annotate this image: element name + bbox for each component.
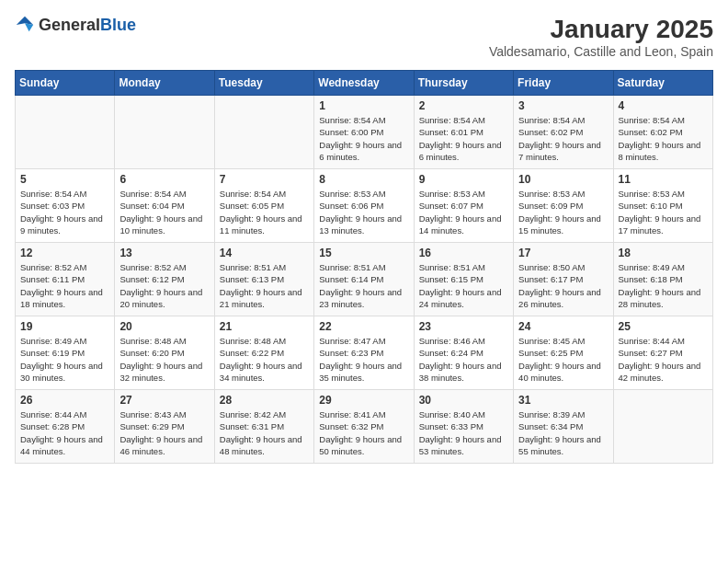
day-number: 1 xyxy=(319,99,408,112)
calendar-header: SundayMondayTuesdayWednesdayThursdayFrid… xyxy=(16,71,713,96)
day-number: 13 xyxy=(119,247,209,259)
calendar-cell-5: 2Sunrise: 8:54 AM Sunset: 6:01 PM Daylig… xyxy=(414,96,513,169)
calendar-cell-24: 21Sunrise: 8:48 AM Sunset: 6:22 PM Dayli… xyxy=(214,316,313,390)
day-number: 6 xyxy=(119,173,209,186)
day-number: 5 xyxy=(20,173,109,186)
day-info: Sunrise: 8:54 AM Sunset: 6:02 PM Dayligh… xyxy=(619,114,708,163)
calendar-cell-15: 12Sunrise: 8:52 AM Sunset: 6:11 PM Dayli… xyxy=(16,243,115,316)
day-number: 7 xyxy=(220,173,309,186)
day-info: Sunrise: 8:44 AM Sunset: 6:28 PM Dayligh… xyxy=(20,408,109,457)
day-number: 22 xyxy=(319,320,408,333)
day-number: 26 xyxy=(20,394,109,407)
day-number: 27 xyxy=(119,394,209,407)
calendar-cell-23: 20Sunrise: 8:48 AM Sunset: 6:20 PM Dayli… xyxy=(115,316,214,390)
calendar-cell-9: 6Sunrise: 8:54 AM Sunset: 6:04 PM Daylig… xyxy=(115,169,214,243)
calendar-week-4: 19Sunrise: 8:49 AM Sunset: 6:19 PM Dayli… xyxy=(16,316,713,390)
calendar-cell-18: 15Sunrise: 8:51 AM Sunset: 6:14 PM Dayli… xyxy=(314,243,414,316)
calendar-cell-22: 19Sunrise: 8:49 AM Sunset: 6:19 PM Dayli… xyxy=(16,316,115,390)
day-info: Sunrise: 8:51 AM Sunset: 6:14 PM Dayligh… xyxy=(319,261,408,310)
day-info: Sunrise: 8:48 AM Sunset: 6:22 PM Dayligh… xyxy=(220,335,309,384)
day-info: Sunrise: 8:42 AM Sunset: 6:31 PM Dayligh… xyxy=(220,408,309,457)
calendar-week-3: 12Sunrise: 8:52 AM Sunset: 6:11 PM Dayli… xyxy=(16,243,713,316)
weekday-header-tuesday: Tuesday xyxy=(214,71,313,96)
day-info: Sunrise: 8:39 AM Sunset: 6:34 PM Dayligh… xyxy=(518,408,608,457)
day-number: 4 xyxy=(619,99,708,112)
day-info: Sunrise: 8:40 AM Sunset: 6:33 PM Dayligh… xyxy=(419,408,508,457)
day-number: 11 xyxy=(619,173,708,186)
calendar-cell-12: 9Sunrise: 8:53 AM Sunset: 6:07 PM Daylig… xyxy=(414,169,513,243)
day-number: 17 xyxy=(518,247,608,259)
calendar-cell-3 xyxy=(214,96,313,169)
day-number: 10 xyxy=(518,173,608,186)
day-info: Sunrise: 8:50 AM Sunset: 6:17 PM Dayligh… xyxy=(518,261,608,310)
day-number: 29 xyxy=(319,394,408,407)
calendar-cell-11: 8Sunrise: 8:53 AM Sunset: 6:06 PM Daylig… xyxy=(314,169,414,243)
day-number: 24 xyxy=(518,320,608,333)
weekday-header-saturday: Saturday xyxy=(613,71,712,96)
day-number: 19 xyxy=(20,320,109,333)
calendar-cell-34: 31Sunrise: 8:39 AM Sunset: 6:34 PM Dayli… xyxy=(514,390,613,464)
day-info: Sunrise: 8:54 AM Sunset: 6:03 PM Dayligh… xyxy=(20,188,109,236)
day-number: 18 xyxy=(619,247,708,259)
calendar-cell-13: 10Sunrise: 8:53 AM Sunset: 6:09 PM Dayli… xyxy=(514,169,613,243)
calendar-cell-31: 28Sunrise: 8:42 AM Sunset: 6:31 PM Dayli… xyxy=(214,390,313,464)
calendar-cell-21: 18Sunrise: 8:49 AM Sunset: 6:18 PM Dayli… xyxy=(613,243,712,316)
day-number: 28 xyxy=(220,394,309,407)
day-info: Sunrise: 8:53 AM Sunset: 6:06 PM Dayligh… xyxy=(319,188,408,236)
day-info: Sunrise: 8:46 AM Sunset: 6:24 PM Dayligh… xyxy=(419,335,508,384)
day-number: 15 xyxy=(319,247,408,259)
day-info: Sunrise: 8:51 AM Sunset: 6:15 PM Dayligh… xyxy=(419,261,508,310)
day-number: 3 xyxy=(518,99,608,112)
day-number: 16 xyxy=(419,247,508,259)
calendar-cell-25: 22Sunrise: 8:47 AM Sunset: 6:23 PM Dayli… xyxy=(314,316,414,390)
calendar-cell-30: 27Sunrise: 8:43 AM Sunset: 6:29 PM Dayli… xyxy=(115,390,214,464)
calendar-cell-28: 25Sunrise: 8:44 AM Sunset: 6:27 PM Dayli… xyxy=(613,316,712,390)
calendar-cell-27: 24Sunrise: 8:45 AM Sunset: 6:25 PM Dayli… xyxy=(514,316,613,390)
day-number: 21 xyxy=(220,320,309,333)
day-info: Sunrise: 8:54 AM Sunset: 6:02 PM Dayligh… xyxy=(518,114,608,163)
day-info: Sunrise: 8:53 AM Sunset: 6:07 PM Dayligh… xyxy=(419,188,508,236)
day-number: 2 xyxy=(419,99,508,112)
day-info: Sunrise: 8:54 AM Sunset: 6:00 PM Dayligh… xyxy=(319,114,408,163)
calendar-week-1: 1Sunrise: 8:54 AM Sunset: 6:00 PM Daylig… xyxy=(16,96,713,169)
weekday-header-row: SundayMondayTuesdayWednesdayThursdayFrid… xyxy=(16,71,713,96)
logo: GeneralBlue xyxy=(15,15,136,35)
weekday-header-thursday: Thursday xyxy=(414,71,513,96)
day-info: Sunrise: 8:52 AM Sunset: 6:12 PM Dayligh… xyxy=(119,261,209,310)
calendar-cell-2 xyxy=(115,96,214,169)
header: GeneralBlue January 2025 Valdesamario, C… xyxy=(15,15,713,59)
weekday-header-friday: Friday xyxy=(514,71,613,96)
day-info: Sunrise: 8:49 AM Sunset: 6:18 PM Dayligh… xyxy=(619,261,708,310)
calendar-table: SundayMondayTuesdayWednesdayThursdayFrid… xyxy=(15,70,713,464)
day-info: Sunrise: 8:52 AM Sunset: 6:11 PM Dayligh… xyxy=(20,261,109,310)
calendar-cell-17: 14Sunrise: 8:51 AM Sunset: 6:13 PM Dayli… xyxy=(214,243,313,316)
calendar-container: GeneralBlue January 2025 Valdesamario, C… xyxy=(15,15,713,464)
day-number: 8 xyxy=(319,173,408,186)
day-number: 31 xyxy=(518,394,608,407)
day-number: 14 xyxy=(220,247,309,259)
svg-marker-0 xyxy=(17,17,33,25)
calendar-cell-4: 1Sunrise: 8:54 AM Sunset: 6:00 PM Daylig… xyxy=(314,96,414,169)
day-number: 20 xyxy=(119,320,209,333)
calendar-cell-16: 13Sunrise: 8:52 AM Sunset: 6:12 PM Dayli… xyxy=(115,243,214,316)
logo-text: GeneralBlue xyxy=(39,16,136,35)
day-info: Sunrise: 8:48 AM Sunset: 6:20 PM Dayligh… xyxy=(119,335,209,384)
calendar-cell-8: 5Sunrise: 8:54 AM Sunset: 6:03 PM Daylig… xyxy=(16,169,115,243)
calendar-cell-33: 30Sunrise: 8:40 AM Sunset: 6:33 PM Dayli… xyxy=(414,390,513,464)
day-info: Sunrise: 8:43 AM Sunset: 6:29 PM Dayligh… xyxy=(119,408,209,457)
day-info: Sunrise: 8:49 AM Sunset: 6:19 PM Dayligh… xyxy=(20,335,109,384)
calendar-cell-7: 4Sunrise: 8:54 AM Sunset: 6:02 PM Daylig… xyxy=(613,96,712,169)
calendar-cell-1 xyxy=(16,96,115,169)
day-info: Sunrise: 8:47 AM Sunset: 6:23 PM Dayligh… xyxy=(319,335,408,384)
day-number: 9 xyxy=(419,173,508,186)
calendar-cell-35 xyxy=(613,390,712,464)
weekday-header-monday: Monday xyxy=(115,71,214,96)
day-info: Sunrise: 8:54 AM Sunset: 6:01 PM Dayligh… xyxy=(419,114,508,163)
calendar-body: 1Sunrise: 8:54 AM Sunset: 6:00 PM Daylig… xyxy=(16,96,713,464)
calendar-week-5: 26Sunrise: 8:44 AM Sunset: 6:28 PM Dayli… xyxy=(16,390,713,464)
day-number: 30 xyxy=(419,394,508,407)
day-info: Sunrise: 8:54 AM Sunset: 6:05 PM Dayligh… xyxy=(220,188,309,236)
calendar-cell-6: 3Sunrise: 8:54 AM Sunset: 6:02 PM Daylig… xyxy=(514,96,613,169)
location-title: Valdesamario, Castille and Leon, Spain xyxy=(489,44,713,59)
weekday-header-wednesday: Wednesday xyxy=(314,71,414,96)
